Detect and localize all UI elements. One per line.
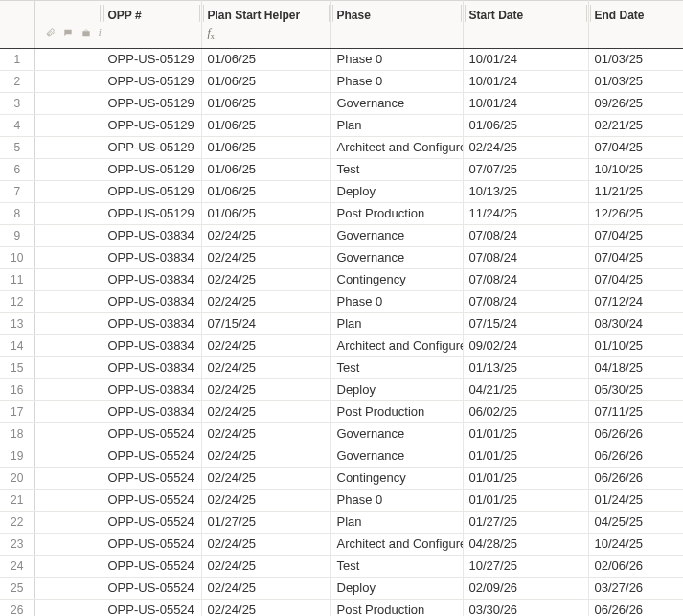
cell-helper[interactable]: 01/06/25	[201, 49, 330, 71]
briefcase-icon[interactable]	[80, 28, 92, 38]
cell-opp[interactable]: OPP-US-05524	[102, 423, 201, 445]
cell-start[interactable]: 01/06/25	[463, 115, 588, 137]
table-row[interactable]: 16OPP-US-0383402/24/25Deploy04/21/2505/3…	[0, 379, 683, 401]
row-icons[interactable]	[34, 556, 102, 578]
row-number[interactable]: 6	[0, 159, 34, 181]
table-row[interactable]: 24OPP-US-0552402/24/25Test10/27/2502/06/…	[0, 556, 683, 578]
row-number[interactable]: 5	[0, 137, 34, 159]
cell-start[interactable]: 07/08/24	[463, 225, 588, 247]
cell-opp[interactable]: OPP-US-05524	[102, 490, 201, 512]
cell-phase[interactable]: Deploy	[330, 578, 463, 600]
cell-phase[interactable]: Architect and Configure	[330, 335, 463, 357]
cell-end[interactable]: 01/10/25	[588, 335, 683, 357]
cell-end[interactable]: 10/10/25	[588, 159, 683, 181]
cell-helper[interactable]: 02/24/25	[201, 468, 330, 490]
row-icons[interactable]	[34, 401, 102, 423]
row-number[interactable]: 21	[0, 490, 34, 512]
cell-start[interactable]: 07/08/24	[463, 269, 588, 291]
cell-start[interactable]: 04/21/25	[463, 379, 588, 401]
cell-phase[interactable]: Deploy	[330, 181, 463, 203]
cell-helper[interactable]: 02/24/25	[201, 423, 330, 445]
cell-helper[interactable]: 02/24/25	[201, 578, 330, 600]
cell-phase[interactable]: Governance	[330, 93, 463, 115]
cell-phase[interactable]: Plan	[330, 115, 463, 137]
cell-end[interactable]: 01/03/25	[588, 49, 683, 71]
cell-opp[interactable]: OPP-US-03834	[102, 357, 201, 379]
cell-opp[interactable]: OPP-US-05129	[102, 93, 201, 115]
cell-phase[interactable]: Deploy	[330, 379, 463, 401]
column-header-helper[interactable]: Plan Start Helper	[201, 1, 330, 26]
cell-helper[interactable]: 01/06/25	[201, 137, 330, 159]
table-row[interactable]: 17OPP-US-0383402/24/25Post Production06/…	[0, 401, 683, 423]
cell-start[interactable]: 04/28/25	[463, 534, 588, 556]
row-icons[interactable]	[34, 357, 102, 379]
cell-phase[interactable]: Governance	[330, 423, 463, 445]
cell-opp[interactable]: OPP-US-05524	[102, 445, 201, 468]
table-row[interactable]: 26OPP-US-0552402/24/25Post Production03/…	[0, 600, 683, 617]
table-row[interactable]: 4OPP-US-0512901/06/25Plan01/06/2502/21/2…	[0, 115, 683, 137]
table-row[interactable]: 13OPP-US-0383407/15/24Plan07/15/2408/30/…	[0, 313, 683, 335]
cell-start[interactable]: 07/07/25	[463, 159, 588, 181]
table-row[interactable]: 25OPP-US-0552402/24/25Deploy02/09/2603/2…	[0, 578, 683, 600]
cell-phase[interactable]: Architect and Configure	[330, 534, 463, 556]
cell-start[interactable]: 01/01/25	[463, 490, 588, 512]
cell-phase[interactable]: Contingency	[330, 468, 463, 490]
cell-opp[interactable]: OPP-US-05524	[102, 578, 201, 600]
cell-helper[interactable]: 02/24/25	[201, 379, 330, 401]
cell-end[interactable]: 02/21/25	[588, 115, 683, 137]
table-row[interactable]: 1OPP-US-0512901/06/25Phase 010/01/2401/0…	[0, 49, 683, 71]
row-number[interactable]: 9	[0, 225, 34, 247]
row-number[interactable]: 11	[0, 269, 34, 291]
cell-end[interactable]: 04/25/25	[588, 512, 683, 534]
row-icons[interactable]	[34, 490, 102, 512]
cell-end[interactable]: 01/24/25	[588, 490, 683, 512]
attachment-icon[interactable]	[45, 27, 56, 38]
cell-start[interactable]: 11/24/25	[463, 203, 588, 225]
cell-end[interactable]: 04/18/25	[588, 357, 683, 379]
row-icons[interactable]	[34, 247, 102, 269]
cell-phase[interactable]: Governance	[330, 225, 463, 247]
cell-phase[interactable]: Phase 0	[330, 490, 463, 512]
cell-helper[interactable]: 02/24/25	[201, 445, 330, 468]
cell-phase[interactable]: Plan	[330, 313, 463, 335]
cell-phase[interactable]: Phase 0	[330, 71, 463, 93]
cell-opp[interactable]: OPP-US-03834	[102, 313, 201, 335]
row-icons[interactable]	[34, 269, 102, 291]
cell-helper[interactable]: 07/15/24	[201, 313, 330, 335]
column-header-opp[interactable]: OPP #	[102, 1, 201, 26]
row-number[interactable]: 4	[0, 115, 34, 137]
cell-opp[interactable]: OPP-US-05524	[102, 512, 201, 534]
row-number[interactable]: 14	[0, 335, 34, 357]
cell-helper[interactable]: 02/24/25	[201, 556, 330, 578]
cell-end[interactable]: 11/21/25	[588, 181, 683, 203]
cell-helper[interactable]: 01/06/25	[201, 181, 330, 203]
cell-phase[interactable]: Post Production	[330, 203, 463, 225]
table-row[interactable]: 5OPP-US-0512901/06/25Architect and Confi…	[0, 137, 683, 159]
row-number[interactable]: 8	[0, 203, 34, 225]
cell-opp[interactable]: OPP-US-03834	[102, 247, 201, 269]
row-number[interactable]: 25	[0, 578, 34, 600]
cell-phase[interactable]: Post Production	[330, 401, 463, 423]
cell-start[interactable]: 10/01/24	[463, 49, 588, 71]
cell-end[interactable]: 01/03/25	[588, 71, 683, 93]
cell-end[interactable]: 07/11/25	[588, 401, 683, 423]
cell-phase[interactable]: Test	[330, 357, 463, 379]
row-icons[interactable]	[34, 159, 102, 181]
row-icons[interactable]	[34, 203, 102, 225]
row-icons[interactable]	[34, 181, 102, 203]
table-row[interactable]: 10OPP-US-0383402/24/25Governance07/08/24…	[0, 247, 683, 269]
cell-start[interactable]: 01/01/25	[463, 468, 588, 490]
cell-opp[interactable]: OPP-US-03834	[102, 379, 201, 401]
cell-end[interactable]: 05/30/25	[588, 379, 683, 401]
cell-helper[interactable]: 02/24/25	[201, 291, 330, 313]
cell-end[interactable]: 06/26/26	[588, 468, 683, 490]
cell-opp[interactable]: OPP-US-03834	[102, 335, 201, 357]
row-number[interactable]: 1	[0, 49, 34, 71]
cell-start[interactable]: 07/08/24	[463, 291, 588, 313]
row-icons[interactable]	[34, 335, 102, 357]
table-row[interactable]: 7OPP-US-0512901/06/25Deploy10/13/2511/21…	[0, 181, 683, 203]
cell-helper[interactable]: 01/06/25	[201, 203, 330, 225]
cell-end[interactable]: 07/04/25	[588, 269, 683, 291]
icons-header[interactable]	[34, 1, 102, 26]
cell-helper[interactable]: 01/06/25	[201, 159, 330, 181]
